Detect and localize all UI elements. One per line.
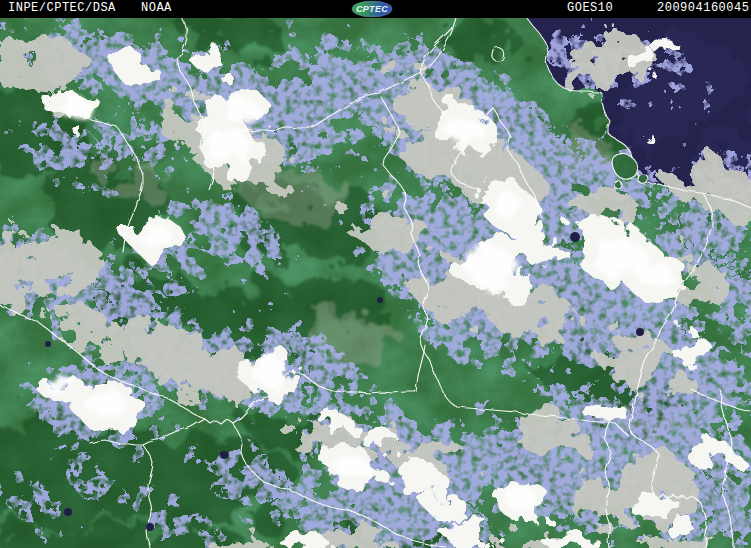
header-bar: INPE/CPTEC/DSA NOAA CPTEC GOES10 2009041… (0, 0, 751, 18)
estuary-islet-1 (638, 174, 648, 184)
cptec-logo-text: CPTEC (356, 4, 388, 14)
satellite-label: GOES10 (567, 0, 613, 18)
satellite-image (0, 18, 751, 548)
agency-label: INPE/CPTEC/DSA (8, 0, 116, 18)
estuary-islet-2 (614, 181, 622, 189)
timestamp-label: 200904160045 (657, 0, 749, 18)
satellite-viewer: INPE/CPTEC/DSA NOAA CPTEC GOES10 2009041… (0, 0, 751, 548)
partner-label: NOAA (141, 0, 172, 18)
cptec-logo: CPTEC (352, 1, 392, 17)
